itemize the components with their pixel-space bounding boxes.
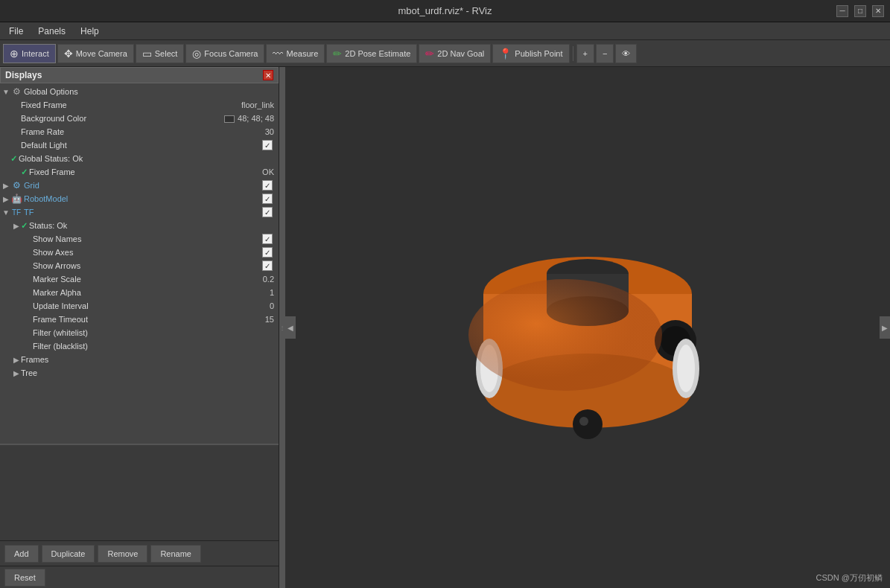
interact-button[interactable]: ⊕ Interact: [3, 44, 56, 63]
maximize-button[interactable]: □: [854, 5, 866, 17]
expand-icon: ▶: [1, 195, 10, 203]
close-displays-button[interactable]: ✕: [263, 70, 273, 80]
displays-tree[interactable]: ▼ ⚙ Global Options Fixed Frame floor_lin…: [0, 83, 279, 444]
resize-handle[interactable]: ⋮: [279, 67, 285, 588]
robot-model-checkbox[interactable]: ✓: [262, 194, 277, 204]
focus-camera-button[interactable]: ◎ Focus Camera: [185, 44, 264, 63]
background-color-row[interactable]: Background Color 48; 48; 48: [0, 112, 279, 125]
svg-point-26: [677, 345, 695, 392]
left-panel: Displays ✕ ▼ ⚙ Global Options Fixed Fram…: [0, 67, 279, 588]
global-options-row[interactable]: ▼ ⚙ Global Options: [0, 85, 279, 98]
select-button[interactable]: ▭ Select: [136, 44, 185, 63]
filter-whitelist-row[interactable]: Filter (whitelist): [0, 326, 279, 339]
grid-label: Grid: [24, 181, 262, 190]
reset-button[interactable]: Reset: [4, 569, 45, 587]
select-icon: ▭: [142, 48, 152, 60]
tf-checkbox[interactable]: ✓: [262, 207, 277, 217]
focus-camera-icon: ◎: [192, 48, 201, 60]
displays-title: Displays: [5, 70, 42, 80]
view-button[interactable]: 👁: [615, 44, 637, 63]
show-axes-label: Show Axes: [33, 248, 262, 257]
svg-point-29: [468, 279, 662, 391]
interact-icon: ⊕: [10, 48, 19, 60]
move-camera-button[interactable]: ✥ Move Camera: [57, 44, 134, 63]
menu-panels[interactable]: Panels: [32, 25, 71, 38]
background-color-label: Background Color: [21, 114, 224, 123]
menu-file[interactable]: File: [3, 25, 29, 38]
update-interval-row[interactable]: Update Interval 0: [0, 299, 279, 313]
filter-blacklist-row[interactable]: Filter (blacklist): [0, 339, 279, 353]
publish-point-icon: 📍: [499, 48, 512, 60]
global-status-row[interactable]: ✓ Global Status: Ok: [0, 152, 279, 165]
filter-blacklist-label: Filter (blacklist): [33, 342, 274, 351]
background-color-value: 48; 48; 48: [224, 114, 277, 123]
expand-icon: ▼: [1, 88, 10, 96]
close-button[interactable]: ✕: [872, 5, 884, 17]
bottom-left-panel: [0, 444, 279, 540]
default-light-row[interactable]: Default Light ✓: [0, 138, 279, 152]
color-swatch: [224, 115, 235, 123]
status-check-icon: ✓: [10, 154, 17, 164]
add-display-button[interactable]: +: [576, 44, 594, 63]
fixed-frame-status-row: ✓ Fixed Frame OK: [0, 165, 279, 179]
move-camera-icon: ✥: [64, 48, 73, 60]
viewport-right-arrow[interactable]: ▶: [880, 316, 890, 339]
toolbar-separator: [573, 46, 573, 61]
tf-row[interactable]: ▼ TF TF ✓: [0, 205, 279, 219]
frame-timeout-label: Frame Timeout: [33, 315, 265, 324]
expand-icon: ▶: [12, 222, 21, 230]
show-names-checkbox[interactable]: ✓: [262, 234, 273, 244]
menu-bar: File Panels Help: [0, 22, 890, 40]
show-arrows-checkbox[interactable]: ✓: [262, 261, 273, 271]
tree-row[interactable]: ▶ Tree: [0, 366, 279, 380]
remove-button[interactable]: Remove: [98, 545, 147, 563]
frame-timeout-row[interactable]: Frame Timeout 15: [0, 313, 279, 326]
add-button[interactable]: Add: [4, 545, 39, 563]
displays-panel: Displays ✕ ▼ ⚙ Global Options Fixed Fram…: [0, 67, 279, 444]
rename-button[interactable]: Rename: [150, 545, 201, 563]
marker-scale-row[interactable]: Marker Scale 0.2: [0, 272, 279, 286]
measure-button[interactable]: 〰 Measure: [266, 44, 325, 63]
marker-scale-label: Marker Scale: [33, 275, 263, 284]
nav-goal-button[interactable]: ✏ 2D Nav Goal: [419, 44, 491, 63]
grid-icon: ⚙: [10, 179, 22, 191]
tf-status-row[interactable]: ▶ ✓ Status: Ok: [0, 219, 279, 232]
show-arrows-row[interactable]: Show Arrows ✓: [0, 259, 279, 272]
robot-model-row[interactable]: ▶ 🤖 RobotModel ✓: [0, 192, 279, 205]
publish-point-button[interactable]: 📍 Publish Point: [492, 44, 569, 63]
grid-enabled-checkbox[interactable]: ✓: [262, 180, 273, 191]
show-axes-checkbox[interactable]: ✓: [262, 247, 273, 258]
show-names-row[interactable]: Show Names ✓: [0, 232, 279, 246]
frames-row[interactable]: ▶ Frames: [0, 353, 279, 366]
viewport-left-arrow[interactable]: ◀: [285, 316, 296, 339]
displays-header: Displays ✕: [0, 67, 279, 83]
measure-icon: 〰: [273, 48, 283, 60]
frame-rate-row[interactable]: Frame Rate 30: [0, 125, 279, 138]
global-status-label: Global Status: Ok: [19, 154, 277, 163]
default-light-checkbox[interactable]: ✓: [262, 140, 273, 150]
menu-help[interactable]: Help: [74, 25, 105, 38]
tf-enabled-checkbox[interactable]: ✓: [262, 207, 273, 217]
marker-alpha-row[interactable]: Marker Alpha 1: [0, 286, 279, 299]
svg-point-27: [573, 409, 603, 439]
tf-status-icon: ✓: [21, 221, 28, 231]
minimize-button[interactable]: ─: [836, 5, 848, 17]
panel-buttons-row: Add Duplicate Remove Rename: [0, 540, 279, 566]
duplicate-button[interactable]: Duplicate: [42, 545, 95, 563]
show-names-label: Show Names: [33, 234, 262, 243]
expand-icon: ▶: [12, 356, 21, 364]
robot-scene: [285, 67, 890, 588]
window-title: mbot_urdf.rviz* - RViz: [398, 5, 492, 16]
update-interval-value: 0: [270, 301, 277, 310]
remove-display-button[interactable]: −: [596, 44, 614, 63]
show-axes-row[interactable]: Show Axes ✓: [0, 246, 279, 259]
grid-row[interactable]: ▶ ⚙ Grid ✓: [0, 179, 279, 192]
frame-timeout-value: 15: [265, 315, 277, 324]
grid-checkbox[interactable]: ✓: [262, 180, 277, 191]
pose-estimate-button[interactable]: ✏ 2D Pose Estimate: [326, 44, 417, 63]
viewport[interactable]: ◀ ▶ CSDN @万仞初鳞: [285, 67, 890, 588]
fixed-frame-row[interactable]: Fixed Frame floor_link: [0, 98, 279, 112]
frames-label: Frames: [21, 355, 277, 364]
robot-visual: [401, 171, 774, 484]
robot-model-enabled-checkbox[interactable]: ✓: [262, 194, 273, 204]
